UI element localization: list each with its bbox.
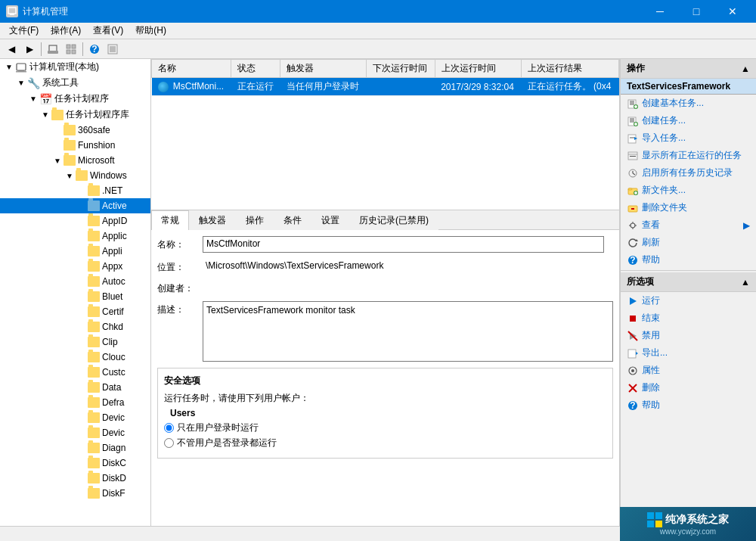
tab-settings[interactable]: 设置: [311, 210, 349, 230]
tree-item-net[interactable]: ▶ .NET: [0, 183, 150, 198]
col-name[interactable]: 名称: [152, 60, 231, 78]
tree-item-task-scheduler[interactable]: ▼ 📅 任务计划程序: [0, 91, 150, 107]
tree-item-task-lib[interactable]: ▼ 任务计划程序库: [0, 107, 150, 123]
minimize-button[interactable]: ─: [643, 0, 677, 23]
back-button[interactable]: ◀: [3, 41, 20, 58]
svg-rect-14: [16, 71, 26, 73]
tree-item-appli[interactable]: ▶ Appli: [0, 244, 150, 259]
tree-item-certif[interactable]: ▶ Certif: [0, 304, 150, 319]
tree-item-diskc[interactable]: ▶ DiskC: [0, 455, 150, 471]
tree-item-diskf[interactable]: ▶ DiskF: [0, 486, 150, 501]
tree-item-data[interactable]: ▶ Data: [0, 380, 150, 395]
tree-label-certif: Certif: [102, 306, 124, 317]
col-last-run[interactable]: 上次运行时间: [435, 60, 522, 78]
tab-actions[interactable]: 操作: [236, 210, 274, 230]
svg-rect-0: [8, 8, 16, 14]
name-field[interactable]: MsCtfMonitor: [203, 236, 604, 253]
selected-collapse-icon[interactable]: ▲: [741, 277, 750, 288]
col-status[interactable]: 状态: [231, 60, 280, 78]
action-view[interactable]: 查看 ▶: [621, 216, 756, 234]
action-delete-folder[interactable]: 删除文件夹: [621, 199, 756, 216]
tree-label-diskf: DiskF: [102, 488, 125, 499]
tree-item-windows[interactable]: ▼ Windows: [0, 168, 150, 183]
tab-history[interactable]: 历史记录(已禁用): [349, 210, 438, 230]
watermark: 纯净系统之家 www.ycwjzy.com: [620, 507, 756, 541]
action-end[interactable]: 结束: [621, 309, 756, 327]
action-enable-history[interactable]: 启用所有任务历史记录: [621, 164, 756, 182]
help-toolbar-button[interactable]: ?: [86, 41, 103, 58]
center-panel: 名称 状态 触发器 下次运行时间 上次运行时间 上次运行结果 MsCtfMoni…: [151, 59, 620, 526]
menu-help[interactable]: 帮助(H): [129, 23, 172, 39]
maximize-button[interactable]: □: [679, 0, 714, 23]
tree-item-applic1[interactable]: ▶ Applic: [0, 229, 150, 244]
actions-collapse-icon[interactable]: ▲: [741, 64, 750, 74]
tools-icon: 🔧: [27, 77, 40, 89]
action-help-2[interactable]: ? 帮助: [621, 396, 756, 414]
view-button[interactable]: [63, 41, 79, 58]
tree-item-360safe[interactable]: ▶ 360safe: [0, 123, 150, 138]
radio-logged-in[interactable]: [164, 423, 174, 433]
svg-text:?: ?: [630, 255, 635, 266]
import-icon: [627, 132, 639, 145]
tab-triggers[interactable]: 触发器: [189, 210, 236, 230]
action-create-basic[interactable]: 创建基本任务...: [621, 95, 756, 112]
menu-action[interactable]: 操作(A): [45, 23, 87, 39]
expander-root[interactable]: ▼: [3, 61, 15, 73]
action-run[interactable]: 运行: [621, 292, 756, 309]
tree-item-chkd[interactable]: ▶ Chkd: [0, 319, 150, 334]
tree-item-microsoft[interactable]: ▼ Microsoft: [0, 153, 150, 168]
disable-icon: [627, 330, 639, 342]
folder-icon-microsoft: [64, 155, 76, 166]
tree-item-diskd[interactable]: ▶ DiskD: [0, 471, 150, 486]
col-last-result[interactable]: 上次运行结果: [522, 60, 619, 78]
action-refresh[interactable]: 刷新: [621, 234, 756, 251]
left-panel: ▼ 计算机管理(本地) ▼ 🔧 系统工具 ▼ 📅 任务计划程序 ▼ 任务计划程序…: [0, 59, 151, 526]
action-import-task[interactable]: 导入任务...: [621, 129, 756, 147]
tree-item-system-tools[interactable]: ▼ 🔧 系统工具: [0, 75, 150, 91]
selected-title: 所选项: [627, 275, 654, 288]
tree-label-task-scheduler: 任务计划程序: [54, 92, 109, 105]
tree-label-applic1: Applic: [102, 231, 127, 241]
tree-item-active[interactable]: ▶ Active: [0, 198, 150, 213]
menu-file[interactable]: 文件(F): [3, 23, 45, 39]
end-label: 结束: [642, 312, 660, 325]
tree-item-defra[interactable]: ▶ Defra: [0, 395, 150, 410]
action-create-task[interactable]: 创建任务...: [621, 112, 756, 129]
tree-item-appid[interactable]: ▶ AppID: [0, 213, 150, 229]
action-disable[interactable]: 禁用: [621, 327, 756, 344]
col-trigger[interactable]: 触发器: [280, 60, 367, 78]
detail-form: 名称： MsCtfMonitor 位置： \Microsoft\Windows\…: [157, 236, 613, 459]
cell-name: MsCtfMoni...: [152, 78, 231, 96]
action-props[interactable]: 属性: [621, 362, 756, 379]
tree-item-clouc[interactable]: ▶ Clouc: [0, 350, 150, 365]
description-field[interactable]: [203, 301, 613, 362]
help-1-label: 帮助: [642, 253, 660, 266]
tree-root[interactable]: ▼ 计算机管理(本地): [0, 59, 150, 75]
action-help-1[interactable]: ? 帮助: [621, 251, 756, 269]
tree-item-devic1[interactable]: ▶ Devic: [0, 410, 150, 425]
action-show-running[interactable]: 显示所有正在运行的任务: [621, 147, 756, 164]
action-delete[interactable]: 删除: [621, 379, 756, 396]
forward-button[interactable]: ▶: [21, 41, 38, 58]
tab-conditions[interactable]: 条件: [274, 210, 311, 230]
tree-item-diagn[interactable]: ▶ Diagn: [0, 440, 150, 455]
table-row[interactable]: MsCtfMoni... 正在运行 当任何用户登录时 2017/3/29 8:3…: [152, 78, 619, 96]
menu-view[interactable]: 查看(V): [87, 23, 129, 39]
close-button[interactable]: ✕: [715, 0, 750, 23]
tree-item-clip[interactable]: ▶ Clip: [0, 334, 150, 350]
radio-always[interactable]: [164, 438, 174, 448]
tree-item-bluet[interactable]: ▶ Bluet: [0, 289, 150, 304]
col-next-run[interactable]: 下次运行时间: [367, 60, 435, 78]
toolbar-extra-button[interactable]: [104, 41, 121, 58]
tree-item-custc[interactable]: ▶ Custc: [0, 365, 150, 380]
tree-item-appx[interactable]: ▶ Appx: [0, 259, 150, 274]
action-export[interactable]: 导出...: [621, 344, 756, 362]
tab-general[interactable]: 常规: [151, 210, 189, 230]
svg-rect-6: [67, 50, 70, 54]
help-1-icon: ?: [627, 254, 639, 266]
tree-item-autoc[interactable]: ▶ Autoc: [0, 274, 150, 289]
tree-item-devic2[interactable]: ▶ Devic: [0, 425, 150, 440]
up-button[interactable]: [45, 41, 61, 58]
tree-item-funshion[interactable]: ▶ Funshion: [0, 138, 150, 153]
action-new-folder[interactable]: 新文件夹...: [621, 182, 756, 199]
